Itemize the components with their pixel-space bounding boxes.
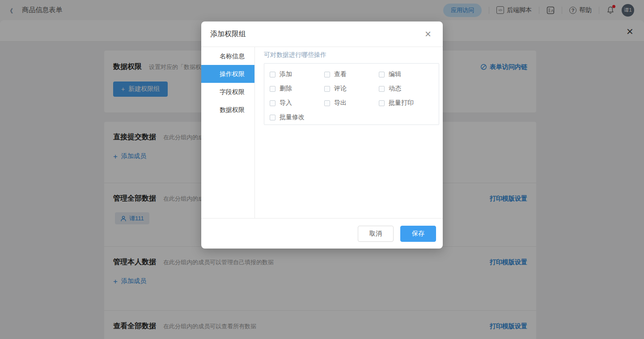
operations-checkbox-group: 添加 查看 编辑 删除 评论 动态 导入 导出 批量打印 批量修改 bbox=[264, 63, 439, 125]
cancel-button[interactable]: 取消 bbox=[358, 226, 394, 242]
modal-footer: 取消 保存 bbox=[201, 218, 443, 249]
tab-operation-permission[interactable]: 操作权限 bbox=[201, 65, 254, 83]
checkbox[interactable] bbox=[324, 100, 330, 106]
modal-title: 添加权限组 bbox=[210, 30, 246, 39]
checkbox-item-delete[interactable]: 删除 bbox=[270, 85, 324, 93]
modal-content: 可对数据进行哪些操作 添加 查看 编辑 删除 评论 动态 导入 导出 批量打印 … bbox=[255, 47, 448, 218]
operations-question-label: 可对数据进行哪些操作 bbox=[264, 51, 439, 59]
tab-data-permission[interactable]: 数据权限 bbox=[201, 101, 254, 119]
tab-name-info[interactable]: 名称信息 bbox=[201, 47, 254, 65]
checkbox-item-export[interactable]: 导出 bbox=[324, 99, 379, 107]
checkbox[interactable] bbox=[270, 72, 275, 77]
tab-field-permission[interactable]: 字段权限 bbox=[201, 83, 254, 101]
checkbox[interactable] bbox=[324, 86, 330, 92]
checkbox[interactable] bbox=[270, 100, 275, 106]
modal-header: 添加权限组 × bbox=[201, 21, 443, 47]
checkbox-item-comment[interactable]: 评论 bbox=[324, 85, 379, 93]
checkbox[interactable] bbox=[270, 86, 275, 92]
save-button[interactable]: 保存 bbox=[400, 226, 436, 242]
modal-body: 名称信息 操作权限 字段权限 数据权限 可对数据进行哪些操作 添加 查看 编辑 … bbox=[201, 47, 443, 218]
add-permission-group-modal: 添加权限组 × 名称信息 操作权限 字段权限 数据权限 可对数据进行哪些操作 添… bbox=[201, 21, 443, 249]
checkbox-item-batch-modify[interactable]: 批量修改 bbox=[270, 113, 324, 121]
checkbox[interactable] bbox=[379, 100, 385, 106]
checkbox-item-edit[interactable]: 编辑 bbox=[379, 70, 433, 78]
checkbox[interactable] bbox=[379, 86, 385, 92]
checkbox[interactable] bbox=[379, 72, 385, 77]
checkbox-item-activity[interactable]: 动态 bbox=[379, 85, 433, 93]
checkbox[interactable] bbox=[270, 115, 275, 120]
checkbox-item-add[interactable]: 添加 bbox=[270, 70, 324, 78]
checkbox-item-view[interactable]: 查看 bbox=[324, 70, 379, 78]
checkbox[interactable] bbox=[324, 72, 330, 77]
modal-close-icon[interactable]: × bbox=[422, 29, 434, 39]
checkbox-item-batch-print[interactable]: 批量打印 bbox=[379, 99, 433, 107]
modal-tab-list: 名称信息 操作权限 字段权限 数据权限 bbox=[201, 47, 255, 218]
checkbox-item-import[interactable]: 导入 bbox=[270, 99, 324, 107]
